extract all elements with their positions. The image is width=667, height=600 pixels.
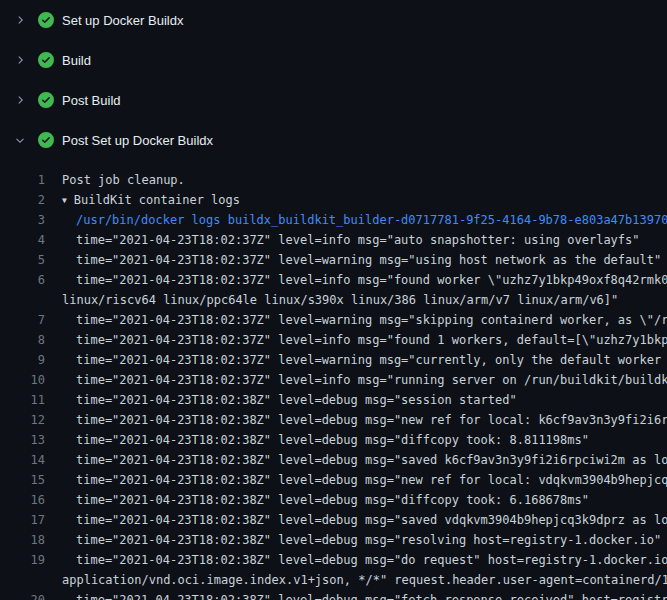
log-line-number[interactable]: 12	[0, 410, 45, 430]
log-line-number[interactable]: 3	[0, 210, 45, 230]
log-line: 1 Post job cleanup.	[0, 170, 667, 190]
actions-log-viewer: Set up Docker Buildx Build Post Build Po…	[0, 0, 667, 600]
log-line-text: ▼BuildKit container logs	[45, 190, 667, 210]
log-line-number[interactable]: 16	[0, 490, 45, 510]
log-line-number[interactable]: 14	[0, 450, 45, 470]
log-line-number[interactable]: 15	[0, 470, 45, 490]
log-line: 3 /usr/bin/docker logs buildx_buildkit_b…	[0, 210, 667, 230]
log-line-number	[0, 570, 45, 590]
log-group-toggle[interactable]: 2 ▼BuildKit container logs	[0, 190, 667, 210]
log-lines: 1 Post job cleanup. 2 ▼BuildKit containe…	[0, 160, 667, 600]
log-line-text: time="2021-04-23T18:02:37Z" level=info m…	[45, 370, 667, 390]
log-line-number	[0, 290, 45, 310]
chevron-right-icon	[12, 92, 28, 108]
log-line-text: time="2021-04-23T18:02:38Z" level=debug …	[45, 410, 667, 430]
log-line: 16 time="2021-04-23T18:02:38Z" level=deb…	[0, 490, 667, 510]
step-label: Post Build	[62, 93, 121, 108]
log-line: 13 time="2021-04-23T18:02:38Z" level=deb…	[0, 430, 667, 450]
log-line: 5 time="2021-04-23T18:02:37Z" level=warn…	[0, 250, 667, 270]
chevron-down-icon	[12, 132, 28, 148]
log-line-text: time="2021-04-23T18:02:37Z" level=info m…	[45, 230, 667, 250]
log-line-number[interactable]: 9	[0, 350, 45, 370]
check-circle-icon	[38, 52, 54, 68]
section-header-post-build[interactable]: Post Build	[0, 80, 667, 120]
log-line-number[interactable]: 4	[0, 230, 45, 250]
log-line-text: time="2021-04-23T18:02:38Z" level=debug …	[45, 550, 667, 570]
chevron-right-icon	[12, 52, 28, 68]
log-group-label: BuildKit container logs	[74, 193, 240, 207]
log-line-number[interactable]: 10	[0, 370, 45, 390]
log-line-text: Post job cleanup.	[45, 170, 667, 190]
log-line: 8 time="2021-04-23T18:02:37Z" level=info…	[0, 330, 667, 350]
log-line: 4 time="2021-04-23T18:02:37Z" level=info…	[0, 230, 667, 250]
check-circle-icon	[38, 92, 54, 108]
log-line: 12 time="2021-04-23T18:02:38Z" level=deb…	[0, 410, 667, 430]
section-header-build[interactable]: Build	[0, 40, 667, 80]
log-line-number[interactable]: 8	[0, 330, 45, 350]
log-line-text: time="2021-04-23T18:02:38Z" level=debug …	[45, 450, 667, 470]
step-label: Set up Docker Buildx	[62, 13, 183, 28]
log-line-number[interactable]: 6	[0, 270, 45, 290]
log-line-text: time="2021-04-23T18:02:37Z" level=info m…	[45, 330, 667, 350]
log-line-text: time="2021-04-23T18:02:38Z" level=debug …	[45, 430, 667, 450]
group-caret-down-icon: ▼	[62, 191, 67, 210]
log-line-text: time="2021-04-23T18:02:37Z" level=warnin…	[45, 250, 667, 270]
log-line: 20 time="2021-04-23T18:02:38Z" level=deb…	[0, 590, 667, 600]
log-line-text: time="2021-04-23T18:02:37Z" level=warnin…	[45, 350, 667, 370]
log-line: 11 time="2021-04-23T18:02:38Z" level=deb…	[0, 390, 667, 410]
log-line-text: time="2021-04-23T18:02:37Z" level=info m…	[45, 270, 667, 290]
log-line: 6 time="2021-04-23T18:02:37Z" level=info…	[0, 270, 667, 290]
log-line-text: time="2021-04-23T18:02:38Z" level=debug …	[45, 390, 667, 410]
log-line: 10 time="2021-04-23T18:02:37Z" level=inf…	[0, 370, 667, 390]
log-line-number[interactable]: 2	[0, 190, 45, 210]
log-line-number[interactable]: 18	[0, 530, 45, 550]
log-line-text: time="2021-04-23T18:02:38Z" level=debug …	[45, 470, 667, 490]
log-line: 9 time="2021-04-23T18:02:37Z" level=warn…	[0, 350, 667, 370]
log-line: 7 time="2021-04-23T18:02:37Z" level=warn…	[0, 310, 667, 330]
section-header-post-setup-docker-buildx[interactable]: Post Set up Docker Buildx	[0, 120, 667, 160]
step-label: Build	[62, 53, 91, 68]
log-line-text: linux/riscv64 linux/ppc64le linux/s390x …	[45, 290, 667, 310]
log-line-number[interactable]: 19	[0, 550, 45, 570]
log-line-number[interactable]: 11	[0, 390, 45, 410]
log-line-text: time="2021-04-23T18:02:38Z" level=debug …	[45, 530, 667, 550]
log-line-text: time="2021-04-23T18:02:38Z" level=debug …	[45, 490, 667, 510]
check-circle-icon	[38, 12, 54, 28]
log-line-number[interactable]: 13	[0, 430, 45, 450]
chevron-right-icon	[12, 12, 28, 28]
log-line-number[interactable]: 5	[0, 250, 45, 270]
log-line: application/vnd.oci.image.index.v1+json,…	[0, 570, 667, 590]
log-line-text: /usr/bin/docker logs buildx_buildkit_bui…	[45, 210, 667, 230]
log-line-number[interactable]: 1	[0, 170, 45, 190]
section-header-setup-docker-buildx[interactable]: Set up Docker Buildx	[0, 0, 667, 40]
log-line: 17 time="2021-04-23T18:02:38Z" level=deb…	[0, 510, 667, 530]
step-label: Post Set up Docker Buildx	[62, 133, 213, 148]
log-line-number[interactable]: 7	[0, 310, 45, 330]
log-line: 19 time="2021-04-23T18:02:38Z" level=deb…	[0, 550, 667, 570]
log-line: 14 time="2021-04-23T18:02:38Z" level=deb…	[0, 450, 667, 470]
log-line-text: time="2021-04-23T18:02:38Z" level=debug …	[45, 510, 667, 530]
log-line: 15 time="2021-04-23T18:02:38Z" level=deb…	[0, 470, 667, 490]
log-line-number[interactable]: 20	[0, 590, 45, 600]
log-line: linux/riscv64 linux/ppc64le linux/s390x …	[0, 290, 667, 310]
check-circle-icon	[38, 132, 54, 148]
log-line-text: time="2021-04-23T18:02:38Z" level=debug …	[45, 590, 667, 600]
log-line-text: application/vnd.oci.image.index.v1+json,…	[45, 570, 667, 590]
log-line-number[interactable]: 17	[0, 510, 45, 530]
log-line: 18 time="2021-04-23T18:02:38Z" level=deb…	[0, 530, 667, 550]
log-line-text: time="2021-04-23T18:02:37Z" level=warnin…	[45, 310, 667, 330]
